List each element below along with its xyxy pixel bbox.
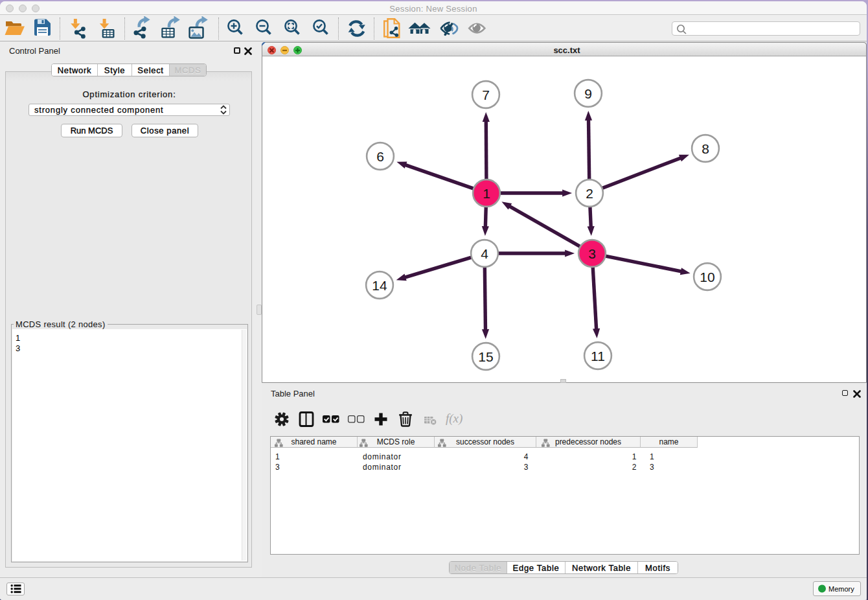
svg-text:1: 1 (483, 186, 490, 201)
svg-text:11: 11 (591, 349, 605, 363)
svg-text:10: 10 (700, 270, 714, 284)
svg-text:2: 2 (586, 186, 593, 201)
svg-text:8: 8 (702, 141, 709, 156)
svg-text:9: 9 (584, 86, 592, 101)
svg-text:7: 7 (482, 87, 490, 102)
svg-text:15: 15 (478, 349, 493, 364)
svg-text:14: 14 (372, 278, 387, 293)
svg-text:Memory: Memory (828, 585, 854, 593)
svg-text:6: 6 (376, 149, 384, 164)
svg-text:3: 3 (588, 246, 596, 261)
svg-text:4: 4 (481, 246, 488, 261)
